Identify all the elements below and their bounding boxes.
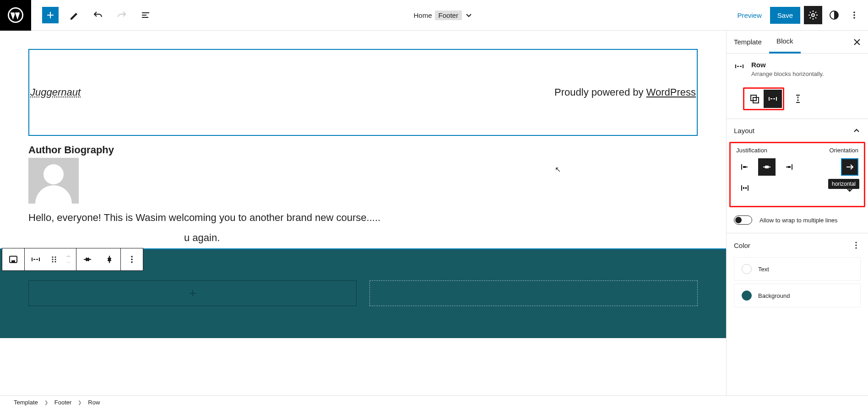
color-text-label: Text [758,266,769,273]
vertical-align-icon [104,254,115,265]
plus-icon [188,289,197,298]
svg-point-1 [812,14,814,16]
save-button[interactable]: Save [770,7,800,24]
svg-point-28 [855,247,857,248]
chevron-up-icon [852,126,861,135]
breadcrumb-template[interactable]: Template [14,399,38,406]
breadcrumb-row[interactable]: Row [88,399,100,406]
variation-stack-button[interactable] [789,90,807,108]
justify-right-icon [783,161,794,172]
svg-point-11 [54,258,56,260]
justify-left-button[interactable] [736,158,754,176]
tab-template[interactable]: Template [727,31,769,54]
color-background-label: Background [758,292,790,299]
top-toolbar: Home Footer Preview Save [0,0,868,31]
close-sidebar-button[interactable] [846,38,868,46]
document-title[interactable]: Home Footer [154,11,732,20]
variation-row-button[interactable] [764,90,782,108]
sidebar-tabs: Template Block [727,31,868,54]
block-appender-left[interactable] [28,280,357,306]
block-more-options[interactable] [121,248,143,270]
chevron-right-icon: ❯ [44,400,48,405]
main-area: Juggernaut Proudly powered by WordPress … [0,31,868,395]
svg-point-26 [855,242,857,243]
list-view-button[interactable] [137,7,154,23]
svg-rect-15 [108,258,111,261]
block-breadcrumb: Template ❯ Footer ❯ Row [0,395,868,409]
breadcrumb-footer[interactable]: Footer [54,399,72,406]
undo-icon [93,10,103,20]
settings-button[interactable] [804,6,822,24]
parent-group-button[interactable] [2,248,24,270]
justify-center-button[interactable] [758,158,776,176]
mouse-cursor-icon: ↖ [555,165,561,174]
orientation-horizontal-button[interactable] [841,158,858,176]
author-avatar[interactable] [28,158,79,204]
svg-point-4 [853,14,855,16]
author-bio-heading[interactable]: Author Biography [28,144,698,156]
color-heading: Color [734,242,750,249]
justify-center-hz-button[interactable] [76,248,98,270]
wordpress-link[interactable]: WordPress [646,86,696,98]
preview-link[interactable]: Preview [732,11,766,19]
styles-button[interactable] [826,7,842,23]
svg-rect-14 [86,258,89,261]
color-panel-header[interactable]: Color [727,233,868,257]
undo-button[interactable] [90,7,106,23]
svg-rect-21 [743,166,746,168]
tab-block[interactable]: Block [769,31,801,54]
group-variation-icon [749,93,760,104]
powered-by-text: Proudly powered by WordPress [554,86,697,98]
bio-paragraph[interactable]: Hello, everyone! This is Wasim welcoming… [28,212,698,224]
site-title[interactable]: Juggernaut [29,86,81,98]
block-variation-picker [727,85,868,118]
block-card: Row Arrange blocks horizontally. [727,54,868,85]
wrap-toggle-label: Allow to wrap to multiple lines [760,217,838,224]
kebab-icon[interactable] [852,241,861,250]
svg-point-17 [131,258,133,260]
stack-variation-icon [792,93,803,104]
svg-point-18 [131,261,133,263]
vertical-align-button[interactable] [98,248,120,270]
svg-point-16 [131,256,133,258]
variation-group-button[interactable] [745,90,764,108]
justify-center-icon [761,161,772,172]
powered-prefix: Proudly powered by [554,86,646,98]
svg-rect-22 [765,166,769,168]
color-text-row[interactable]: Text [734,257,861,281]
svg-point-3 [853,11,855,13]
color-background-row[interactable]: Background [734,284,861,307]
editor-canvas[interactable]: Juggernaut Proudly powered by WordPress … [0,31,726,395]
row-block-type-button[interactable] [25,248,47,270]
chevron-right-icon: ❯ [78,400,81,405]
justify-space-between-button[interactable] [736,179,754,197]
svg-rect-25 [745,187,747,189]
block-mover[interactable]: ︿ ﹀ [61,248,76,270]
justify-right-button[interactable] [780,158,797,176]
redo-button[interactable] [114,7,130,23]
svg-point-12 [52,261,53,262]
wrap-toggle[interactable] [734,215,752,225]
settings-sidebar: Template Block Row Arrange blocks horizo… [726,31,868,395]
svg-point-27 [855,244,857,246]
close-icon [853,38,861,46]
hello-again-text[interactable]: u again. [28,232,698,244]
drag-handle[interactable] [47,248,61,270]
arrow-right-icon [845,162,854,172]
move-down-icon[interactable]: ﹀ [66,259,71,267]
background-color-swatch [742,291,752,301]
plus-icon [45,10,56,21]
edit-tools-button[interactable] [66,7,82,23]
layout-panel-header[interactable]: Layout [727,119,868,142]
row-block-selected[interactable]: Juggernaut Proudly powered by WordPress … [28,49,698,136]
block-appender-right[interactable] [369,280,698,306]
block-card-title: Row [751,61,831,69]
wordpress-logo[interactable] [0,0,31,31]
block-toolbar: ︿ ﹀ [2,248,143,271]
orientation-label: Orientation [807,147,858,154]
more-options-button[interactable] [846,7,863,23]
kebab-icon [849,10,859,20]
add-block-button[interactable] [42,7,59,23]
move-up-icon[interactable]: ︿ [66,252,71,259]
svg-point-8 [52,256,53,258]
